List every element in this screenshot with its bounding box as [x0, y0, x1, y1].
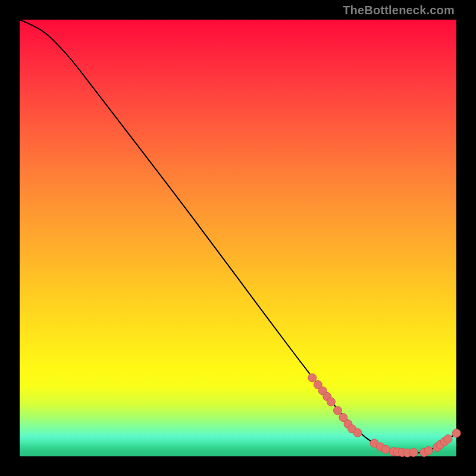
- scatter-dot: [327, 397, 335, 406]
- scatter-dot: [308, 374, 317, 382]
- bottleneck-curve: [20, 20, 456, 453]
- plot-area: [20, 20, 456, 456]
- scatter-dot: [381, 445, 390, 453]
- chart-frame: TheBottleneck.com: [0, 0, 476, 476]
- scatter-dot: [333, 406, 342, 415]
- scatter-dot: [444, 435, 452, 443]
- scatter-dots-group: [308, 374, 461, 457]
- scatter-dot: [409, 448, 418, 456]
- watermark-text: TheBottleneck.com: [343, 4, 455, 17]
- scatter-dot: [452, 429, 461, 437]
- scatter-dot: [353, 428, 362, 437]
- scatter-dot: [424, 446, 433, 455]
- chart-svg: [20, 20, 456, 456]
